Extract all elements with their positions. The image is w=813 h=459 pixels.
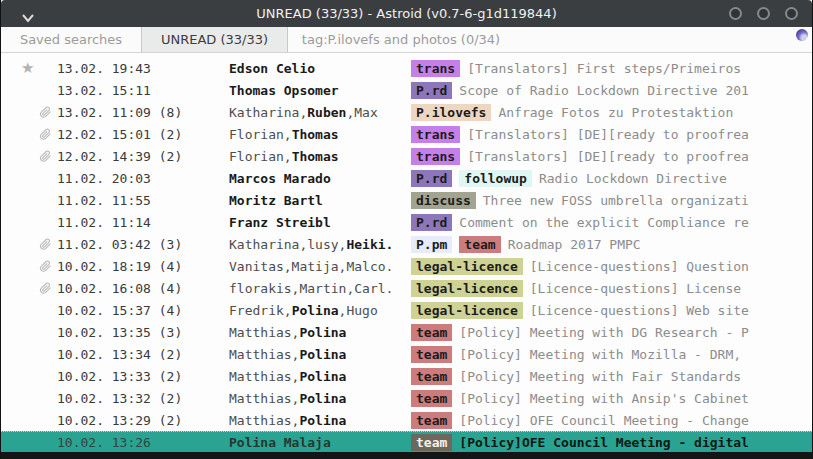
tags-subject-cell: P.pmteamRoadmap 2017 PMPC — [411, 236, 812, 253]
tags-subject-cell: discussThree new FOSS umbrella organizat… — [411, 192, 812, 209]
authors-cell: Matthias,Polina — [229, 391, 411, 406]
list-item[interactable]: 10.02. 16:08 (4)florakis,Martin,Carl.leg… — [1, 277, 812, 299]
list-item[interactable]: 12.02. 15:01 (2)Florian,Thomastrans[Tran… — [1, 123, 812, 145]
window-button-1[interactable] — [729, 7, 742, 20]
list-item[interactable]: 11.02. 20:03Marcos MaradoP.rdfollowupRad… — [1, 167, 812, 189]
paperclip-icon — [39, 127, 52, 141]
tag-chip: legal-licence — [411, 302, 523, 319]
paperclip-icon — [39, 281, 52, 295]
tags-subject-cell: team[Policy] Meeting with Mozilla - DRM, — [411, 346, 812, 363]
tags-subject-cell: trans[Translators] [DE][ready to proofre… — [411, 126, 812, 143]
tab-unread[interactable]: UNREAD (33/33) — [141, 27, 288, 52]
window-button-3[interactable] — [785, 7, 798, 20]
tags-subject-cell: P.ilovefsAnfrage Fotos zu Protestaktion — [411, 104, 812, 121]
window-bottom-edge — [1, 452, 812, 459]
list-item[interactable]: 10.02. 15:37 (4)Fredrik,Polina,Hugolegal… — [1, 299, 812, 321]
date-cell: 10.02. 13:32 (2) — [57, 391, 229, 406]
subject-text: Anfrage Fotos zu Protestaktion — [498, 105, 733, 120]
tag-chip: team — [411, 390, 452, 407]
date-cell: 13.02. 19:43 — [57, 61, 229, 76]
flag-column — [1, 409, 57, 431]
date-cell: 10.02. 13:29 (2) — [57, 413, 229, 428]
flag-column — [1, 145, 57, 167]
flag-column — [1, 431, 57, 453]
tag-chip: trans — [411, 126, 460, 143]
subject-text: [Licence-questions] Question — [530, 259, 749, 274]
subject-text: [Policy] Meeting with Mozilla - DRM, — [459, 347, 741, 362]
tags-subject-cell: legal-licence[Licence-questions] License — [411, 280, 812, 297]
list-item[interactable]: 10.02. 13:29 (2)Matthias,Polinateam[Poli… — [1, 409, 812, 431]
list-item[interactable]: 10.02. 13:34 (2)Matthias,Polinateam[Poli… — [1, 343, 812, 365]
tags-subject-cell: team[Policy] OFE Council Meeting - Chang… — [411, 412, 812, 429]
tags-subject-cell: legal-licence[Licence-questions] Questio… — [411, 258, 812, 275]
list-item[interactable]: 11.02. 11:55Moritz BartldiscussThree new… — [1, 189, 812, 211]
tag-chip: team — [411, 368, 452, 385]
list-item[interactable]: 10.02. 18:19 (4)Vanitas,Matija,Malco.leg… — [1, 255, 812, 277]
subject-text: [Policy] OFE Council Meeting - Change — [459, 413, 749, 428]
flag-column — [1, 343, 57, 365]
date-cell: 11.02. 11:14 — [57, 215, 229, 230]
tag-chip: team — [459, 236, 500, 253]
list-item[interactable]: 11.02. 03:42 (3)Katharina,lusy,Heiki.P.p… — [1, 233, 812, 255]
flag-column — [1, 189, 57, 211]
flag-column — [1, 79, 57, 101]
subject-text: Scope of Radio Lockdown Directive 201 — [459, 83, 749, 98]
date-cell: 10.02. 13:35 (3) — [57, 325, 229, 340]
subject-text: [Policy] Meeting with Fair Standards — [459, 369, 741, 384]
authors-cell: Polina Malaja — [229, 435, 411, 450]
tags-subject-cell: P.rdScope of Radio Lockdown Directive 20… — [411, 82, 812, 99]
tag-chip: team — [411, 324, 452, 341]
date-cell: 10.02. 15:37 (4) — [57, 303, 229, 318]
star-icon: ★ — [21, 59, 34, 77]
authors-cell: Moritz Bartl — [229, 193, 411, 208]
flag-column — [1, 233, 57, 255]
flag-column — [1, 211, 57, 233]
list-item[interactable]: 13.02. 11:09 (8)Katharina,Ruben,MaxP.ilo… — [1, 101, 812, 123]
tab-tag-search[interactable]: tag:P.ilovefs and photos (0/34) — [288, 27, 514, 52]
tags-subject-cell: team[Policy] Meeting with Ansip's Cabine… — [411, 390, 812, 407]
subject-text: [Policy] Meeting with DG Research - P — [459, 325, 749, 340]
date-cell: 13.02. 15:11 — [57, 83, 229, 98]
date-cell: 12.02. 15:01 (2) — [57, 127, 229, 142]
tag-chip: P.rd — [411, 214, 452, 231]
date-cell: 10.02. 13:26 — [57, 435, 229, 450]
list-item[interactable]: 10.02. 13:32 (2)Matthias,Polinateam[Poli… — [1, 387, 812, 409]
list-item[interactable]: 13.02. 15:11Thomas OpsomerP.rdScope of R… — [1, 79, 812, 101]
authors-cell: Vanitas,Matija,Malco. — [229, 259, 411, 274]
date-cell: 13.02. 11:09 (8) — [57, 105, 229, 120]
window-button-2[interactable] — [757, 7, 770, 20]
tag-chip: P.ilovefs — [411, 104, 491, 121]
authors-cell: Matthias,Polina — [229, 369, 411, 384]
chevron-down-icon[interactable] — [21, 8, 35, 18]
date-cell: 10.02. 13:34 (2) — [57, 347, 229, 362]
poll-status-icon — [796, 29, 808, 41]
subject-text: [Translators] First steps/Primeiros — [467, 61, 741, 76]
subject-text: Roadmap 2017 PMPC — [508, 237, 641, 252]
flag-column — [1, 321, 57, 343]
list-item[interactable]: 10.02. 13:33 (2)Matthias,Polinateam[Poli… — [1, 365, 812, 387]
subject-text: [Translators] [DE][ready to proofrea — [467, 127, 749, 142]
subject-text: [Licence-questions] Web site — [530, 303, 749, 318]
list-item[interactable]: ★13.02. 19:43Edson Celiotrans[Translator… — [1, 57, 812, 79]
authors-cell: Edson Celio — [229, 61, 411, 76]
list-item-selected[interactable]: 10.02. 13:26Polina Malajateam[Policy]OFE… — [1, 431, 812, 453]
authors-cell: Florian,Thomas — [229, 127, 411, 142]
tag-chip: legal-licence — [411, 280, 523, 297]
authors-cell: florakis,Martin,Carl. — [229, 281, 411, 296]
tag-chip: team — [411, 434, 452, 451]
tag-chip: trans — [411, 148, 460, 165]
authors-cell: Franz Streibl — [229, 215, 411, 230]
tab-bar: Saved searches UNREAD (33/33) tag:P.ilov… — [1, 27, 812, 53]
list-item[interactable]: 10.02. 13:35 (3)Matthias,Polinateam[Poli… — [1, 321, 812, 343]
authors-cell: Marcos Marado — [229, 171, 411, 186]
flag-column — [1, 123, 57, 145]
subject-text: [Policy]OFE Council Meeting - digital — [459, 435, 749, 450]
tags-subject-cell: team[Policy] Meeting with DG Research - … — [411, 324, 812, 341]
authors-cell: Florian,Thomas — [229, 149, 411, 164]
subject-text: [Licence-questions] License — [530, 281, 741, 296]
tags-subject-cell: P.rdfollowupRadio Lockdown Directive — [411, 170, 812, 187]
tab-saved-searches[interactable]: Saved searches — [1, 27, 141, 52]
list-item[interactable]: 11.02. 11:14Franz StreiblP.rdComment on … — [1, 211, 812, 233]
tags-subject-cell: P.rdComment on the explicit Compliance r… — [411, 214, 812, 231]
list-item[interactable]: 12.02. 14:39 (2)Florian,Thomastrans[Tran… — [1, 145, 812, 167]
